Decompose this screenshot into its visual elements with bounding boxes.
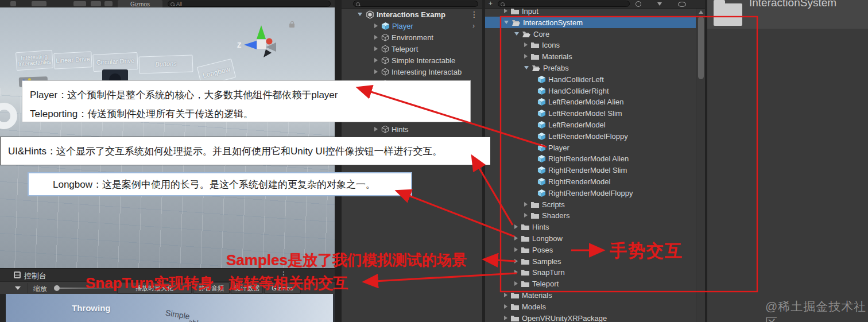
prefab-icon [381, 22, 390, 30]
foldout-icon[interactable] [524, 213, 528, 218]
project-item-label: HandColliderLeft [548, 75, 604, 84]
project-row[interactable]: HandColliderLeft [485, 73, 697, 85]
prefab-icon [537, 189, 546, 197]
tab-console[interactable]: 控制台 [24, 271, 46, 281]
project-item-label: Hints [532, 223, 549, 231]
foldout-icon[interactable] [514, 247, 518, 252]
foldout-icon[interactable] [504, 21, 509, 24]
foldout-icon[interactable] [374, 127, 378, 131]
foldout-icon[interactable] [504, 9, 507, 13]
audio-icon[interactable] [91, 1, 101, 6]
foldout-icon[interactable] [514, 259, 518, 263]
project-row[interactable]: OpenVRUnityXRPackage [485, 312, 697, 322]
hierarchy-search-input[interactable] [353, 1, 478, 7]
scene-search-value: All [176, 1, 182, 7]
chevron-right-icon[interactable]: › [472, 22, 475, 30]
hierarchy-row[interactable]: Hints [342, 123, 482, 135]
lock-icon[interactable] [289, 24, 294, 28]
project-row[interactable]: Player [485, 142, 697, 153]
hierarchy-row[interactable]: Environment [342, 32, 482, 43]
project-row[interactable]: Icons [485, 39, 697, 51]
project-topbar: + [485, 0, 705, 9]
project-row[interactable]: Core [485, 28, 697, 40]
project-row[interactable]: InteractionSystem [485, 17, 697, 28]
project-scrollbar[interactable] [696, 8, 705, 322]
folder-icon [521, 268, 530, 277]
gizmos-dropdown[interactable]: Gizmos [118, 0, 162, 7]
foldout-icon[interactable] [374, 46, 378, 51]
project-row[interactable]: Models [485, 301, 697, 312]
annotation-text: UI&Hints：这个显示了交互系统如何处理提示。并且如何使用它和Unity U… [8, 145, 443, 158]
game-view[interactable]: Throwing Simple able [6, 294, 333, 322]
scene-search-input[interactable]: All [168, 1, 331, 7]
foldout-icon[interactable] [374, 24, 378, 28]
foldout-icon[interactable] [514, 32, 519, 36]
prefab-icon [537, 154, 546, 163]
scrollbar-thumb[interactable] [698, 16, 704, 79]
project-row[interactable]: RightRenderModel Alien [485, 153, 697, 164]
tool-icon[interactable] [10, 1, 16, 6]
annotation-text: Longbow：这是案例中使用的长弓。是这个系统创建的更复杂的对象之一。 [53, 178, 375, 191]
foldout-icon[interactable] [524, 202, 528, 207]
foldout-icon[interactable] [374, 58, 378, 63]
foldout-icon[interactable] [374, 35, 378, 40]
foldout-open-icon[interactable] [358, 13, 362, 16]
zoom-slider-handle[interactable] [54, 285, 60, 291]
annotation-box-ui-hints: UI&Hints：这个显示了交互系统如何处理提示。并且如何使用它和Unity U… [0, 137, 491, 165]
project-row[interactable]: RightRenderModel [485, 176, 697, 187]
foldout-icon[interactable] [524, 66, 529, 69]
lighting-icon[interactable] [73, 1, 86, 6]
project-row[interactable]: Materials [485, 289, 697, 301]
hierarchy-row[interactable]: Interesting Interactab [342, 66, 482, 77]
project-row[interactable]: Scripts [485, 199, 697, 210]
project-row[interactable]: SnapTurn [485, 266, 697, 278]
hierarchy-row[interactable]: Player › [342, 20, 482, 32]
foldout-icon[interactable] [514, 224, 518, 229]
foldout-icon[interactable] [514, 270, 518, 274]
project-row[interactable]: Materials [485, 51, 697, 62]
scroll-up-icon[interactable] [699, 10, 703, 14]
project-row[interactable]: LeftRenderModel [485, 119, 697, 130]
game-label-simple-tail: able [188, 317, 203, 322]
hierarchy-row[interactable]: Teleport [342, 43, 482, 55]
project-row[interactable]: LeftRenderModelFloppy [485, 130, 697, 142]
project-row[interactable]: LeftRenderModel Alien [485, 96, 697, 107]
project-row[interactable]: Hints [485, 221, 697, 232]
display-dropdown-icon[interactable] [15, 286, 21, 290]
foldout-icon[interactable] [514, 236, 518, 240]
project-item-label: Scripts [542, 200, 565, 209]
foldout-icon[interactable] [514, 281, 518, 286]
create-asset-button[interactable]: + [489, 0, 493, 7]
foldout-icon[interactable] [524, 54, 528, 59]
foldout-icon[interactable] [504, 304, 507, 309]
scene-orientation-gizmo[interactable]: Z [237, 22, 290, 63]
project-row[interactable]: HandColliderRight [485, 85, 697, 96]
gameobject-icon [381, 68, 389, 76]
eye-icon[interactable] [678, 2, 686, 7]
hierarchy-item-label: Interesting Interactab [392, 68, 462, 76]
hierarchy-scene-header[interactable]: Interactions Examp ⋮ [342, 9, 482, 20]
red-note-gesture: 手势交互 [610, 239, 683, 263]
hierarchy-row[interactable]: Simple Interactable [342, 55, 482, 66]
folder-icon [521, 280, 530, 288]
foldout-icon[interactable] [374, 69, 378, 74]
shaded-mode-icon[interactable] [32, 1, 46, 6]
project-row[interactable]: RightRenderModel Slim [485, 164, 697, 176]
foldout-icon[interactable] [504, 293, 507, 297]
project-row[interactable]: Prefabs [485, 62, 697, 73]
project-item-label: Player [548, 143, 569, 152]
filter-icon[interactable] [636, 1, 641, 7]
project-row[interactable]: Teleport [485, 278, 697, 289]
foldout-icon[interactable] [524, 42, 528, 47]
project-row[interactable]: RightRenderModelFloppy [485, 187, 697, 199]
hierarchy-menu-icon[interactable]: ⋮ [470, 10, 478, 19]
dropdown-caret-icon[interactable] [657, 2, 662, 6]
foldout-icon[interactable] [504, 316, 507, 320]
project-search-input[interactable] [498, 1, 630, 7]
project-row[interactable]: LeftRenderModel Slim [485, 107, 697, 119]
project-row[interactable]: Shaders [485, 210, 697, 221]
folder-browser-pane: InteractionSystem [707, 0, 868, 322]
camera-icon[interactable] [104, 1, 113, 6]
gameobject-icon [381, 33, 389, 41]
big-folder-icon[interactable] [714, 0, 742, 26]
